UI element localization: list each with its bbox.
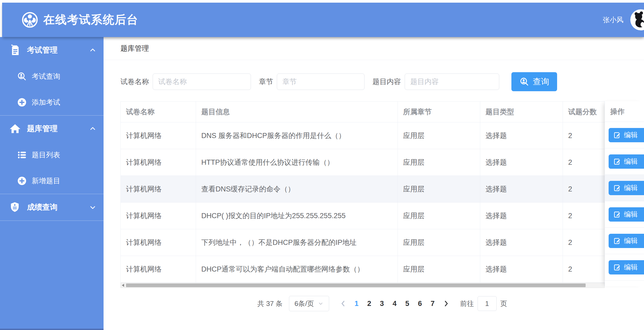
- fixed-operations-column: 操作 编辑 编辑 编辑 编辑 编辑 编辑: [605, 101, 644, 286]
- cell-paper_name: 计算机网络: [121, 149, 196, 176]
- main-content: 题库管理 试卷名称章节题目内容 查询 试卷名称题目信息所属章节题目类型试题分数 …: [104, 37, 644, 330]
- search-button[interactable]: 查询: [511, 72, 557, 91]
- sidebar-item-label: 添加考试: [32, 98, 60, 107]
- sidebar-item-添加考试[interactable]: 添加考试: [0, 89, 104, 115]
- home-icon: [9, 123, 21, 135]
- prev-page-button[interactable]: [340, 300, 347, 307]
- cell-paper_name: 计算机网络: [121, 203, 196, 229]
- filter-input-章节[interactable]: [277, 74, 365, 90]
- page-number-list: 1234567: [350, 300, 439, 308]
- sidebar-item-label: 新增题目: [32, 176, 60, 186]
- app-logo-icon: [21, 11, 39, 29]
- cell-paper_name: 计算机网络: [121, 122, 196, 149]
- admin-page: 在线考试系统后台 张小风 考试管理 考试查询 添加考试 题库管理: [0, 0, 644, 330]
- sidebar-nav: 考试管理 考试查询 添加考试 题库管理 题目列表 新增题目 成绩查询: [0, 37, 104, 330]
- cell-chapter: 应用层: [398, 176, 480, 203]
- search-user-icon: [17, 71, 27, 81]
- sidebar-item-label: 考试查询: [32, 72, 60, 81]
- edit-button[interactable]: 编辑: [609, 207, 644, 222]
- filter-input-试卷名称[interactable]: [153, 74, 251, 90]
- filter-label-章节: 章节: [259, 77, 273, 86]
- table-row[interactable]: 计算机网络下列地址中，（）不是DHCP服务器分配的IP地址应用层选择题2: [121, 229, 605, 256]
- page-size-select[interactable]: 6条/页: [289, 296, 329, 311]
- chevron-up-icon: [89, 125, 97, 133]
- cell-question_type: 选择题: [480, 122, 563, 149]
- user-avatar[interactable]: [630, 9, 644, 30]
- cell-question: 下列地址中，（）不是DHCP服务器分配的IP地址: [196, 229, 398, 256]
- page-number-6[interactable]: 6: [414, 300, 426, 308]
- edit-button[interactable]: 编辑: [609, 181, 644, 195]
- filter-input-题目内容[interactable]: [405, 74, 499, 90]
- table-row[interactable]: 计算机网络DHCP( )报文的目的IP地址为255.255.255.255应用层…: [121, 203, 605, 229]
- page-number-5[interactable]: 5: [401, 300, 414, 308]
- page-number-4[interactable]: 4: [388, 300, 401, 308]
- edit-pen-icon: [613, 131, 621, 139]
- edit-button-label: 编辑: [624, 210, 638, 219]
- top-header-bar: 在线考试系统后台 张小风: [2, 3, 644, 37]
- table-row[interactable]: 计算机网络查看DNS缓存记录的命令（）应用层选择题2: [121, 176, 605, 203]
- edit-button[interactable]: 编辑: [609, 234, 644, 248]
- cell-question_type: 选择题: [480, 176, 563, 203]
- current-username: 张小风: [603, 15, 623, 25]
- sidebar-group-考试管理[interactable]: 考试管理: [0, 37, 104, 63]
- app-title: 在线考试系统后台: [43, 12, 138, 28]
- table-row[interactable]: 计算机网络HTTP协议通常使用什么协议进行传输（）应用层选择题2: [121, 149, 605, 176]
- column-header-试题分数: 试题分数: [563, 102, 605, 122]
- filter-row: 试卷名称章节题目内容 查询: [120, 72, 644, 91]
- horizontal-scrollbar-thumb[interactable]: [126, 283, 586, 287]
- table-header-row: 试卷名称题目信息所属章节题目类型试题分数: [121, 102, 605, 122]
- cell-chapter: 应用层: [398, 229, 480, 256]
- cell-score: 2: [563, 256, 605, 283]
- page-number-3[interactable]: 3: [376, 300, 388, 308]
- edit-button[interactable]: 编辑: [609, 154, 644, 169]
- operations-cell: 编辑: [605, 148, 644, 175]
- page-number-1[interactable]: 1: [350, 300, 363, 308]
- search-icon: [519, 77, 529, 87]
- cell-score: 2: [563, 229, 605, 256]
- cell-question_type: 选择题: [480, 203, 563, 229]
- horizontal-scrollbar[interactable]: [120, 283, 605, 288]
- cell-score: 2: [563, 149, 605, 176]
- operations-cell: 编辑: [605, 254, 644, 281]
- cell-question: DHCP通常可以为客户端自动配置哪些网络参数（）: [196, 256, 398, 283]
- sidebar-group-label: 题库管理: [27, 123, 89, 134]
- filter-label-试卷名称: 试卷名称: [120, 77, 149, 86]
- pagination-bar: 共 37 条 6条/页 1234567 前往 页: [120, 296, 644, 311]
- column-header-试卷名称: 试卷名称: [121, 102, 196, 122]
- page-number-7[interactable]: 7: [426, 300, 439, 308]
- cell-paper_name: 计算机网络: [121, 229, 196, 256]
- column-header-题目类型: 题目类型: [480, 102, 563, 122]
- page-size-value: 6条/页: [295, 299, 314, 308]
- cell-paper_name: 计算机网络: [121, 256, 196, 283]
- scrollbar-left-arrow-icon[interactable]: [122, 284, 124, 287]
- cell-chapter: 应用层: [398, 256, 480, 283]
- edit-button-label: 编辑: [624, 183, 638, 192]
- sidebar-item-考试查询[interactable]: 考试查询: [0, 63, 104, 89]
- next-page-button[interactable]: [443, 300, 450, 307]
- cell-question: DHCP( )报文的目的IP地址为255.255.255.255: [196, 203, 398, 229]
- sidebar-item-新增题目[interactable]: 新增题目: [0, 168, 104, 194]
- edit-button[interactable]: 编辑: [609, 128, 644, 142]
- cell-question: HTTP协议通常使用什么协议进行传输（）: [196, 149, 398, 176]
- circle-plus-icon: [17, 97, 27, 107]
- page-number-2[interactable]: 2: [363, 300, 376, 308]
- cell-chapter: 应用层: [398, 149, 480, 176]
- table-row[interactable]: 计算机网络DHCP通常可以为客户端自动配置哪些网络参数（）应用层选择题2: [121, 256, 605, 283]
- content-area: 试卷名称章节题目内容 查询 试卷名称题目信息所属章节题目类型试题分数 计算机网络…: [104, 60, 644, 311]
- cell-question: 查看DNS缓存记录的命令（）: [196, 176, 398, 203]
- question-table: 试卷名称题目信息所属章节题目类型试题分数 计算机网络DNS 服务器和DHCP服务…: [120, 101, 644, 288]
- column-header-题目信息: 题目信息: [196, 102, 398, 122]
- chevron-up-icon: [89, 46, 97, 54]
- table-row[interactable]: 计算机网络DNS 服务器和DHCP服务器的作用是什么（）应用层选择题2: [121, 122, 605, 149]
- breadcrumb-bar: 题库管理: [104, 37, 644, 60]
- filter-label-题目内容: 题目内容: [372, 77, 401, 86]
- question-table-grid: 试卷名称题目信息所属章节题目类型试题分数 计算机网络DNS 服务器和DHCP服务…: [120, 101, 605, 283]
- edit-pen-icon: [613, 158, 621, 166]
- sidebar-group-题库管理[interactable]: 题库管理: [0, 116, 104, 142]
- sidebar-group-成绩查询[interactable]: 成绩查询: [0, 194, 104, 221]
- cell-score: 2: [563, 176, 605, 203]
- sidebar-item-题目列表[interactable]: 题目列表: [0, 142, 104, 168]
- operations-cell: 编辑: [605, 201, 644, 228]
- edit-button[interactable]: 编辑: [609, 260, 644, 274]
- goto-page-input[interactable]: [478, 296, 497, 311]
